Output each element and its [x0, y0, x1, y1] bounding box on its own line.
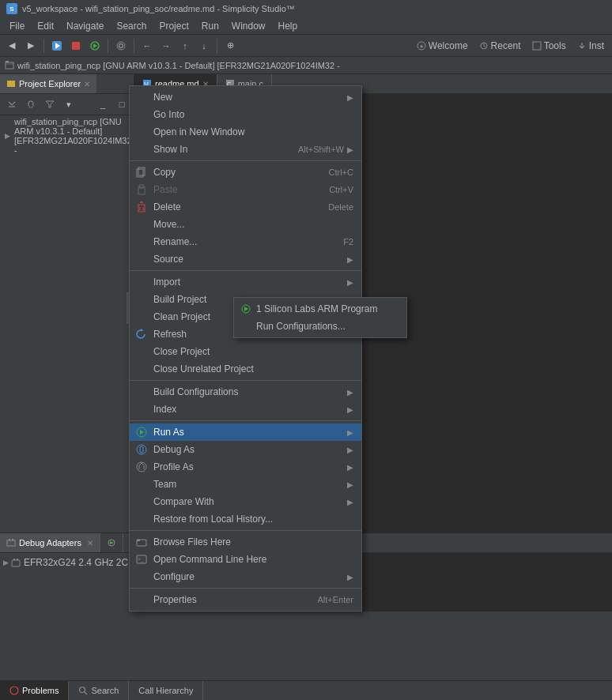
ctx-new[interactable]: New ▶ — [130, 88, 361, 106]
menu-file[interactable]: File — [3, 19, 31, 33]
ctx-properties[interactable]: Properties Alt+Enter — [130, 591, 361, 608]
title-text: v5_workspace - wifi_station_ping_soc/rea… — [22, 4, 295, 13]
debug-adapters-tab[interactable]: Debug Adapters ✕ — [0, 533, 100, 552]
ctx-browse-files[interactable]: Browse Files Here — [130, 533, 361, 551]
svg-point-5 — [119, 43, 123, 47]
ctx-profile-as[interactable]: Profile As ▶ — [130, 458, 361, 476]
tree-item-project[interactable]: ▶ wifi_station_ping_ncp [GNU ARM v10.3.1… — [0, 115, 134, 156]
ctx-refresh-label: Refresh — [153, 329, 187, 340]
debug-button[interactable] — [86, 37, 104, 55]
ctx-source[interactable]: Source ▶ — [130, 250, 361, 268]
panel-link-editor[interactable] — [22, 96, 40, 113]
ctx-source-label: Source — [153, 254, 183, 265]
ctx-restore-history[interactable]: Restore from Local History... — [130, 510, 361, 528]
ctx-open-new-window-label: Open in New Window — [153, 126, 244, 137]
ctx-team[interactable]: Team ▶ — [130, 476, 361, 493]
ctx-clean-project-label: Clean Project — [153, 311, 210, 322]
svg-marker-4 — [93, 43, 97, 48]
bottom-left-tabbar: Debug Adapters ✕ — [0, 533, 134, 553]
ctx-show-in-shortcut: Alt+Shift+W — [298, 145, 344, 154]
ctx-delete[interactable]: Delete Delete — [130, 198, 361, 216]
submenu-run-configurations[interactable]: Run Configurations... — [234, 318, 406, 335]
debug-tree-item[interactable]: ▶ EFR32xG24 2.4 GHz 2C — [0, 553, 134, 572]
tools-button[interactable]: Tools — [527, 37, 571, 55]
path-bar: wifi_station_ping_ncp [GNU ARM v10.3.1 -… — [0, 57, 612, 74]
arrow-down-button[interactable]: ↓ — [195, 37, 213, 55]
panel-win-controls: _ □ — [94, 96, 130, 113]
menu-project[interactable]: Project — [153, 19, 195, 33]
menu-help[interactable]: Help — [272, 19, 304, 33]
copy-icon — [134, 167, 149, 178]
recent-button[interactable]: Recent — [474, 37, 526, 55]
build-button[interactable] — [48, 37, 66, 55]
menu-search[interactable]: Search — [110, 19, 153, 33]
ctx-import[interactable]: Import ▶ — [130, 273, 361, 291]
toolbar-sep4 — [217, 39, 217, 53]
ctx-close-unrelated[interactable]: Close Unrelated Project — [130, 360, 361, 378]
menu-edit[interactable]: Edit — [31, 19, 60, 33]
status-search[interactable]: Search — [69, 681, 129, 700]
zoom-button[interactable]: ⊕ — [221, 37, 239, 55]
ctx-go-into[interactable]: Go Into — [130, 106, 361, 123]
stop-button[interactable] — [67, 37, 85, 55]
ctx-index[interactable]: Index ▶ — [130, 401, 361, 418]
svg-text:>_: >_ — [138, 556, 144, 563]
status-problems[interactable]: Problems — [0, 681, 69, 700]
settings-button[interactable] — [112, 37, 130, 55]
panel-content: ▶ wifi_station_ping_ncp [GNU ARM v10.3.1… — [0, 115, 134, 533]
svg-point-35 — [80, 687, 85, 693]
status-call-hierarchy[interactable]: Call Hierarchy — [129, 681, 203, 700]
ctx-close-project[interactable]: Close Project — [130, 343, 361, 360]
ctx-new-label: New — [153, 92, 172, 103]
panel-maximize[interactable]: □ — [113, 96, 130, 113]
app-icon: S — [6, 3, 17, 14]
arrow-left-button[interactable]: ← — [138, 37, 156, 55]
ctx-run-as[interactable]: Run As ▶ — [130, 423, 361, 441]
forward-button[interactable]: ▶ — [22, 37, 40, 55]
bottom-left-tab2[interactable] — [100, 533, 123, 552]
ctx-paste[interactable]: Paste Ctrl+V — [130, 181, 361, 198]
toolbar-sep3 — [134, 39, 134, 53]
ctx-move[interactable]: Move... — [130, 216, 361, 233]
panel-collapse-all[interactable] — [3, 96, 21, 113]
ctx-close-project-label: Close Project — [153, 346, 210, 357]
ctx-rename[interactable]: Rename... F2 — [130, 233, 361, 250]
submenu-silicon-labs-arm[interactable]: 1 Silicon Labs ARM Program — [234, 300, 406, 318]
title-bar: S v5_workspace - wifi_station_ping_soc/r… — [0, 0, 612, 17]
ctx-delete-shortcut: Delete — [328, 202, 353, 212]
menu-navigate[interactable]: Navigate — [60, 19, 110, 33]
ctx-build-configs[interactable]: Build Configurations ▶ — [130, 383, 361, 401]
welcome-button[interactable]: ★ Welcome — [412, 37, 473, 55]
arrow-up-button[interactable]: ↑ — [176, 37, 194, 55]
ctx-cmd-line-label: Open Command Line Here — [153, 554, 266, 565]
menu-run[interactable]: Run — [195, 19, 225, 33]
ctx-build-configs-arrow: ▶ — [347, 388, 353, 397]
svg-line-36 — [85, 692, 87, 694]
arrow-right-button[interactable]: → — [157, 37, 175, 55]
folder-icon — [6, 78, 16, 89]
ctx-open-new-window[interactable]: Open in New Window — [130, 123, 361, 141]
ctx-sep3 — [130, 380, 361, 381]
ctx-sep4 — [130, 420, 361, 421]
ctx-configure[interactable]: Configure ▶ — [130, 568, 361, 585]
ctx-compare-with[interactable]: Compare With ▶ — [130, 493, 361, 510]
panel-filter[interactable] — [41, 96, 59, 113]
menu-window[interactable]: Window — [225, 19, 272, 33]
ctx-sep6 — [130, 588, 361, 589]
project-explorer-tab[interactable]: Project Explorer ✕ — [0, 74, 96, 93]
debug-tab-close[interactable]: ✕ — [87, 539, 93, 548]
ctx-show-in[interactable]: Show In Alt+Shift+W ▶ — [130, 141, 361, 158]
path-icon — [5, 60, 14, 71]
panel-tab-close[interactable]: ✕ — [84, 80, 90, 88]
install-button[interactable]: Inst — [572, 37, 609, 55]
panel-menu[interactable]: ▾ — [60, 96, 77, 113]
panel-minimize[interactable]: _ — [94, 96, 111, 113]
ctx-build-configs-label: Build Configurations — [153, 386, 238, 397]
ctx-copy[interactable]: Copy Ctrl+C — [130, 164, 361, 181]
ctx-build-project-label: Build Project — [153, 294, 206, 305]
svg-text:★: ★ — [419, 43, 424, 49]
ctx-debug-as[interactable]: Debug As ▶ — [130, 441, 361, 458]
back-button[interactable]: ◀ — [3, 37, 21, 55]
toolbar-sep1 — [43, 39, 44, 53]
ctx-cmd-line[interactable]: >_ Open Command Line Here — [130, 551, 361, 568]
